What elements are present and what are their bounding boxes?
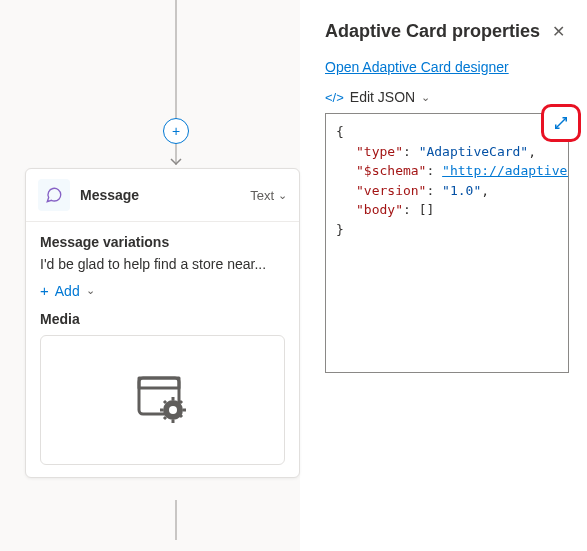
media-section: Media <box>26 311 299 477</box>
plus-icon: + <box>172 123 180 139</box>
media-placeholder[interactable] <box>40 335 285 465</box>
plus-icon: + <box>40 282 49 299</box>
flow-canvas[interactable]: + Message Text ⌄ Message variations I'd … <box>0 0 300 551</box>
connector-line-bottom <box>175 500 177 540</box>
json-editor[interactable]: { "type": "AdaptiveCard", "$schema": "ht… <box>325 113 569 373</box>
add-label: Add <box>55 283 80 299</box>
media-gear-icon <box>133 372 193 429</box>
json-schema-link[interactable]: "http://adaptivecards.i <box>442 163 569 178</box>
expand-icon <box>548 110 574 136</box>
json-key: "type" <box>356 144 403 159</box>
json-value: "AdaptiveCard" <box>419 144 529 159</box>
svg-rect-1 <box>139 378 179 388</box>
json-key: "body" <box>356 202 403 217</box>
message-node[interactable]: Message Text ⌄ Message variations I'd be… <box>25 168 300 478</box>
close-icon[interactable]: ✕ <box>548 20 569 43</box>
node-header[interactable]: Message Text ⌄ <box>26 169 299 222</box>
media-label: Media <box>40 311 285 327</box>
json-value: "1.0" <box>442 183 481 198</box>
node-type-label[interactable]: Text <box>250 188 274 203</box>
add-node-button[interactable]: + <box>163 118 189 144</box>
svg-point-3 <box>169 406 177 414</box>
message-icon <box>38 179 70 211</box>
arrow-down-icon <box>170 155 182 167</box>
json-key: "version" <box>356 183 426 198</box>
variations-label: Message variations <box>40 234 285 250</box>
chevron-down-icon: ⌄ <box>421 91 430 104</box>
properties-panel: Adaptive Card properties ✕ Open Adaptive… <box>307 0 587 551</box>
panel-header: Adaptive Card properties ✕ <box>325 20 569 43</box>
panel-title: Adaptive Card properties <box>325 21 540 42</box>
edit-json-label: Edit JSON <box>350 89 415 105</box>
open-designer-link[interactable]: Open Adaptive Card designer <box>325 59 509 75</box>
variation-row[interactable]: I'd be glad to help find a store near... <box>40 256 285 272</box>
json-key: "$schema" <box>356 163 426 178</box>
add-variation-button[interactable]: + Add ⌄ <box>40 282 285 299</box>
expand-editor-button[interactable] <box>541 104 581 142</box>
node-title: Message <box>80 187 250 203</box>
edit-json-toggle[interactable]: </> Edit JSON ⌄ <box>325 89 569 105</box>
chevron-down-icon: ⌄ <box>86 284 95 297</box>
variations-section: Message variations I'd be glad to help f… <box>26 222 299 311</box>
json-value: [] <box>419 202 435 217</box>
code-icon: </> <box>325 90 344 105</box>
chevron-down-icon[interactable]: ⌄ <box>278 189 287 202</box>
